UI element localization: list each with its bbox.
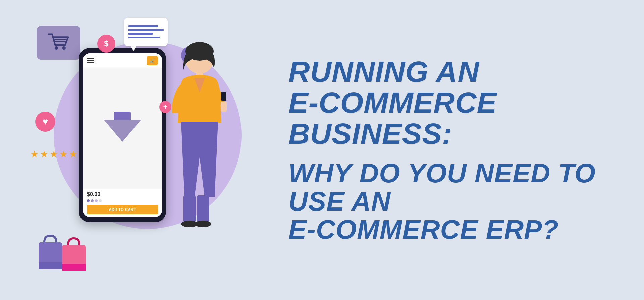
- subtitle-line-1: WHY DO YOU NEED TO: [288, 159, 604, 187]
- svg-point-0: [55, 46, 58, 50]
- product-image-area: [83, 68, 162, 189]
- pink-shopping-bag: [59, 236, 89, 274]
- add-to-cart-button[interactable]: ADD TO CART: [87, 205, 158, 214]
- product-price: $0.00: [87, 191, 158, 197]
- title-line-1: RUNNING AN: [288, 56, 604, 87]
- skirt-product-image: [107, 112, 138, 145]
- cart-icon-box: [37, 26, 80, 60]
- phone-header: 🛒: [83, 53, 162, 68]
- svg-rect-16: [62, 264, 86, 271]
- svg-rect-9: [183, 195, 196, 222]
- svg-rect-7: [221, 102, 227, 112]
- svg-rect-10: [197, 195, 209, 222]
- main-title: RUNNING AN E-COMMERCE BUSINESS:: [288, 56, 604, 149]
- dollar-bubble: $: [97, 35, 115, 53]
- star-4: ★: [59, 148, 68, 160]
- product-color-dots: [87, 199, 158, 202]
- subtitle-line-2: USE AN: [288, 187, 604, 216]
- text-area: RUNNING AN E-COMMERCE BUSINESS: WHY DO Y…: [268, 56, 617, 244]
- star-5: ★: [69, 148, 77, 160]
- color-dot-3: [95, 199, 98, 202]
- chat-line-4: [128, 37, 160, 38]
- illustration-area: $ % ♥ ★ ★ ★ ★ ★: [27, 8, 268, 293]
- stars-rating: ★ ★ ★ ★ ★: [30, 148, 77, 160]
- skirt-top: [114, 112, 131, 120]
- color-dot-4: [99, 199, 102, 202]
- shopping-cart-icon: [47, 31, 70, 55]
- color-dot-1: [87, 199, 90, 202]
- title-line-2: E-COMMERCE BUSINESS:: [288, 87, 604, 149]
- svg-rect-8: [221, 92, 226, 101]
- phone-screen: 🛒 $0.00: [83, 53, 162, 217]
- star-2: ★: [40, 148, 48, 160]
- heart-bubble: ♥: [35, 112, 55, 132]
- hamburger-menu-icon: [87, 58, 94, 63]
- subtitle-line-3: E-COMMERCE ERP?: [288, 216, 604, 244]
- svg-point-12: [195, 221, 211, 227]
- page-container: $ % ♥ ★ ★ ★ ★ ★: [0, 0, 644, 300]
- subtitle: WHY DO YOU NEED TO USE AN E-COMMERCE ERP…: [288, 159, 604, 244]
- person-svg: [159, 36, 233, 264]
- svg-point-1: [62, 46, 66, 50]
- chat-line-1: [128, 25, 158, 27]
- chat-line-2: [128, 29, 164, 31]
- chat-line-3: [128, 33, 153, 35]
- star-1: ★: [30, 148, 39, 160]
- star-3: ★: [50, 148, 58, 160]
- person-figure: [159, 36, 233, 264]
- product-info: $0.00 ADD TO CART: [83, 189, 162, 217]
- plus-bubble: +: [159, 101, 171, 113]
- color-dot-2: [91, 199, 94, 202]
- skirt-bottom: [104, 120, 141, 142]
- phone-mockup: 🛒 $0.00: [79, 48, 166, 222]
- cart-badge: 🛒: [147, 56, 158, 65]
